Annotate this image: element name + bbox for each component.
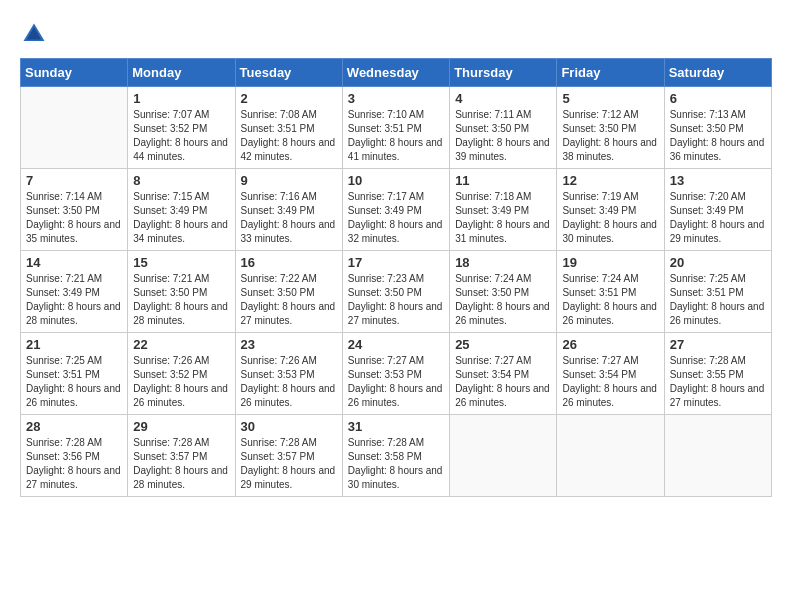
day-info: Sunrise: 7:23 AM Sunset: 3:50 PM Dayligh… bbox=[348, 272, 444, 328]
day-number: 11 bbox=[455, 173, 551, 188]
day-number: 4 bbox=[455, 91, 551, 106]
day-number: 27 bbox=[670, 337, 766, 352]
col-header-friday: Friday bbox=[557, 59, 664, 87]
calendar-cell: 31Sunrise: 7:28 AM Sunset: 3:58 PM Dayli… bbox=[342, 415, 449, 497]
calendar-cell bbox=[21, 87, 128, 169]
day-info: Sunrise: 7:08 AM Sunset: 3:51 PM Dayligh… bbox=[241, 108, 337, 164]
day-info: Sunrise: 7:25 AM Sunset: 3:51 PM Dayligh… bbox=[26, 354, 122, 410]
calendar-cell: 25Sunrise: 7:27 AM Sunset: 3:54 PM Dayli… bbox=[450, 333, 557, 415]
day-number: 31 bbox=[348, 419, 444, 434]
calendar-cell: 15Sunrise: 7:21 AM Sunset: 3:50 PM Dayli… bbox=[128, 251, 235, 333]
day-info: Sunrise: 7:28 AM Sunset: 3:57 PM Dayligh… bbox=[241, 436, 337, 492]
day-info: Sunrise: 7:26 AM Sunset: 3:52 PM Dayligh… bbox=[133, 354, 229, 410]
calendar-week-row: 21Sunrise: 7:25 AM Sunset: 3:51 PM Dayli… bbox=[21, 333, 772, 415]
day-info: Sunrise: 7:10 AM Sunset: 3:51 PM Dayligh… bbox=[348, 108, 444, 164]
col-header-monday: Monday bbox=[128, 59, 235, 87]
day-info: Sunrise: 7:21 AM Sunset: 3:49 PM Dayligh… bbox=[26, 272, 122, 328]
day-info: Sunrise: 7:11 AM Sunset: 3:50 PM Dayligh… bbox=[455, 108, 551, 164]
col-header-sunday: Sunday bbox=[21, 59, 128, 87]
day-number: 25 bbox=[455, 337, 551, 352]
logo-icon bbox=[20, 20, 48, 48]
calendar-cell: 12Sunrise: 7:19 AM Sunset: 3:49 PM Dayli… bbox=[557, 169, 664, 251]
page-header bbox=[20, 20, 772, 48]
day-number: 21 bbox=[26, 337, 122, 352]
day-info: Sunrise: 7:21 AM Sunset: 3:50 PM Dayligh… bbox=[133, 272, 229, 328]
day-number: 10 bbox=[348, 173, 444, 188]
day-number: 9 bbox=[241, 173, 337, 188]
calendar-cell: 11Sunrise: 7:18 AM Sunset: 3:49 PM Dayli… bbox=[450, 169, 557, 251]
calendar-cell: 24Sunrise: 7:27 AM Sunset: 3:53 PM Dayli… bbox=[342, 333, 449, 415]
day-info: Sunrise: 7:28 AM Sunset: 3:55 PM Dayligh… bbox=[670, 354, 766, 410]
calendar-cell: 29Sunrise: 7:28 AM Sunset: 3:57 PM Dayli… bbox=[128, 415, 235, 497]
calendar-cell: 17Sunrise: 7:23 AM Sunset: 3:50 PM Dayli… bbox=[342, 251, 449, 333]
calendar-table: SundayMondayTuesdayWednesdayThursdayFrid… bbox=[20, 58, 772, 497]
calendar-cell: 22Sunrise: 7:26 AM Sunset: 3:52 PM Dayli… bbox=[128, 333, 235, 415]
day-info: Sunrise: 7:22 AM Sunset: 3:50 PM Dayligh… bbox=[241, 272, 337, 328]
day-number: 30 bbox=[241, 419, 337, 434]
day-info: Sunrise: 7:26 AM Sunset: 3:53 PM Dayligh… bbox=[241, 354, 337, 410]
calendar-cell: 14Sunrise: 7:21 AM Sunset: 3:49 PM Dayli… bbox=[21, 251, 128, 333]
calendar-cell: 30Sunrise: 7:28 AM Sunset: 3:57 PM Dayli… bbox=[235, 415, 342, 497]
day-info: Sunrise: 7:13 AM Sunset: 3:50 PM Dayligh… bbox=[670, 108, 766, 164]
calendar-cell bbox=[557, 415, 664, 497]
calendar-cell: 28Sunrise: 7:28 AM Sunset: 3:56 PM Dayli… bbox=[21, 415, 128, 497]
calendar-cell: 9Sunrise: 7:16 AM Sunset: 3:49 PM Daylig… bbox=[235, 169, 342, 251]
calendar-header-row: SundayMondayTuesdayWednesdayThursdayFrid… bbox=[21, 59, 772, 87]
day-number: 12 bbox=[562, 173, 658, 188]
calendar-cell: 7Sunrise: 7:14 AM Sunset: 3:50 PM Daylig… bbox=[21, 169, 128, 251]
calendar-cell: 3Sunrise: 7:10 AM Sunset: 3:51 PM Daylig… bbox=[342, 87, 449, 169]
day-number: 24 bbox=[348, 337, 444, 352]
day-number: 20 bbox=[670, 255, 766, 270]
calendar-cell: 16Sunrise: 7:22 AM Sunset: 3:50 PM Dayli… bbox=[235, 251, 342, 333]
day-info: Sunrise: 7:27 AM Sunset: 3:54 PM Dayligh… bbox=[562, 354, 658, 410]
col-header-saturday: Saturday bbox=[664, 59, 771, 87]
logo bbox=[20, 20, 52, 48]
calendar-cell: 27Sunrise: 7:28 AM Sunset: 3:55 PM Dayli… bbox=[664, 333, 771, 415]
calendar-cell: 23Sunrise: 7:26 AM Sunset: 3:53 PM Dayli… bbox=[235, 333, 342, 415]
day-number: 19 bbox=[562, 255, 658, 270]
col-header-wednesday: Wednesday bbox=[342, 59, 449, 87]
day-number: 13 bbox=[670, 173, 766, 188]
calendar-cell: 18Sunrise: 7:24 AM Sunset: 3:50 PM Dayli… bbox=[450, 251, 557, 333]
calendar-cell: 6Sunrise: 7:13 AM Sunset: 3:50 PM Daylig… bbox=[664, 87, 771, 169]
day-number: 14 bbox=[26, 255, 122, 270]
day-info: Sunrise: 7:15 AM Sunset: 3:49 PM Dayligh… bbox=[133, 190, 229, 246]
day-info: Sunrise: 7:24 AM Sunset: 3:51 PM Dayligh… bbox=[562, 272, 658, 328]
calendar-cell bbox=[664, 415, 771, 497]
calendar-cell: 21Sunrise: 7:25 AM Sunset: 3:51 PM Dayli… bbox=[21, 333, 128, 415]
day-info: Sunrise: 7:07 AM Sunset: 3:52 PM Dayligh… bbox=[133, 108, 229, 164]
day-number: 26 bbox=[562, 337, 658, 352]
calendar-week-row: 1Sunrise: 7:07 AM Sunset: 3:52 PM Daylig… bbox=[21, 87, 772, 169]
day-info: Sunrise: 7:27 AM Sunset: 3:54 PM Dayligh… bbox=[455, 354, 551, 410]
day-info: Sunrise: 7:28 AM Sunset: 3:56 PM Dayligh… bbox=[26, 436, 122, 492]
day-number: 28 bbox=[26, 419, 122, 434]
day-info: Sunrise: 7:17 AM Sunset: 3:49 PM Dayligh… bbox=[348, 190, 444, 246]
calendar-cell: 8Sunrise: 7:15 AM Sunset: 3:49 PM Daylig… bbox=[128, 169, 235, 251]
calendar-cell: 13Sunrise: 7:20 AM Sunset: 3:49 PM Dayli… bbox=[664, 169, 771, 251]
calendar-cell: 5Sunrise: 7:12 AM Sunset: 3:50 PM Daylig… bbox=[557, 87, 664, 169]
day-info: Sunrise: 7:18 AM Sunset: 3:49 PM Dayligh… bbox=[455, 190, 551, 246]
calendar-cell: 19Sunrise: 7:24 AM Sunset: 3:51 PM Dayli… bbox=[557, 251, 664, 333]
calendar-cell: 2Sunrise: 7:08 AM Sunset: 3:51 PM Daylig… bbox=[235, 87, 342, 169]
day-number: 2 bbox=[241, 91, 337, 106]
day-number: 18 bbox=[455, 255, 551, 270]
calendar-cell: 20Sunrise: 7:25 AM Sunset: 3:51 PM Dayli… bbox=[664, 251, 771, 333]
calendar-cell: 1Sunrise: 7:07 AM Sunset: 3:52 PM Daylig… bbox=[128, 87, 235, 169]
col-header-tuesday: Tuesday bbox=[235, 59, 342, 87]
day-info: Sunrise: 7:25 AM Sunset: 3:51 PM Dayligh… bbox=[670, 272, 766, 328]
day-number: 29 bbox=[133, 419, 229, 434]
day-number: 16 bbox=[241, 255, 337, 270]
calendar-cell: 4Sunrise: 7:11 AM Sunset: 3:50 PM Daylig… bbox=[450, 87, 557, 169]
day-info: Sunrise: 7:12 AM Sunset: 3:50 PM Dayligh… bbox=[562, 108, 658, 164]
calendar-week-row: 28Sunrise: 7:28 AM Sunset: 3:56 PM Dayli… bbox=[21, 415, 772, 497]
day-info: Sunrise: 7:20 AM Sunset: 3:49 PM Dayligh… bbox=[670, 190, 766, 246]
day-info: Sunrise: 7:16 AM Sunset: 3:49 PM Dayligh… bbox=[241, 190, 337, 246]
day-number: 17 bbox=[348, 255, 444, 270]
day-info: Sunrise: 7:28 AM Sunset: 3:57 PM Dayligh… bbox=[133, 436, 229, 492]
calendar-cell: 10Sunrise: 7:17 AM Sunset: 3:49 PM Dayli… bbox=[342, 169, 449, 251]
day-number: 1 bbox=[133, 91, 229, 106]
day-number: 5 bbox=[562, 91, 658, 106]
day-number: 23 bbox=[241, 337, 337, 352]
day-number: 22 bbox=[133, 337, 229, 352]
day-number: 7 bbox=[26, 173, 122, 188]
